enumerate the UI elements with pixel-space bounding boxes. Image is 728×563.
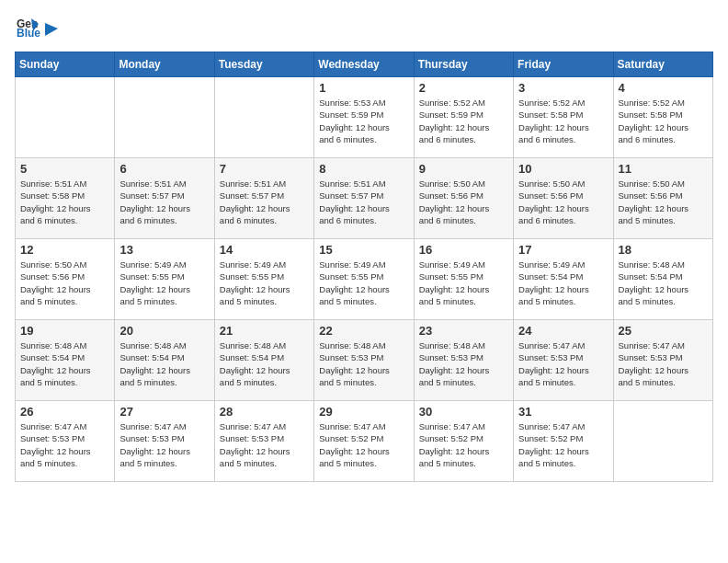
cell-info: Sunrise: 5:51 AM Sunset: 5:57 PM Dayligh…: [319, 178, 408, 226]
calendar-cell: 21Sunrise: 5:48 AM Sunset: 5:54 PM Dayli…: [214, 320, 313, 401]
day-number: 16: [419, 243, 508, 257]
day-number: 20: [119, 324, 209, 338]
calendar-cell: 4Sunrise: 5:52 AM Sunset: 5:58 PM Daylig…: [613, 77, 712, 158]
day-number: 8: [319, 162, 408, 176]
cell-info: Sunrise: 5:52 AM Sunset: 5:59 PM Dayligh…: [419, 97, 508, 145]
day-number: 11: [619, 162, 708, 176]
calendar-cell: 15Sunrise: 5:49 AM Sunset: 5:55 PM Dayli…: [314, 239, 414, 320]
calendar-cell: 28Sunrise: 5:47 AM Sunset: 5:53 PM Dayli…: [214, 401, 313, 482]
day-number: 14: [220, 243, 309, 257]
cell-info: Sunrise: 5:47 AM Sunset: 5:53 PM Dayligh…: [20, 420, 109, 469]
calendar-cell: 7Sunrise: 5:51 AM Sunset: 5:57 PM Daylig…: [214, 158, 313, 239]
day-number: 30: [419, 405, 508, 419]
calendar-cell: 30Sunrise: 5:47 AM Sunset: 5:52 PM Dayli…: [414, 401, 513, 482]
calendar-cell: 16Sunrise: 5:49 AM Sunset: 5:55 PM Dayli…: [414, 239, 513, 320]
day-number: 31: [518, 405, 608, 419]
calendar-cell: 25Sunrise: 5:47 AM Sunset: 5:53 PM Dayli…: [613, 320, 712, 401]
calendar-cell: 13Sunrise: 5:49 AM Sunset: 5:55 PM Dayli…: [115, 239, 214, 320]
svg-marker-3: [45, 23, 58, 36]
cell-info: Sunrise: 5:48 AM Sunset: 5:54 PM Dayligh…: [619, 259, 708, 307]
calendar-cell: 24Sunrise: 5:47 AM Sunset: 5:53 PM Dayli…: [514, 320, 613, 401]
calendar-cell: 29Sunrise: 5:47 AM Sunset: 5:52 PM Dayli…: [314, 401, 414, 482]
calendar-cell: 3Sunrise: 5:52 AM Sunset: 5:58 PM Daylig…: [514, 77, 613, 158]
day-number: 12: [20, 243, 109, 257]
calendar-cell: [115, 77, 214, 158]
calendar-cell: [613, 401, 712, 482]
cell-info: Sunrise: 5:51 AM Sunset: 5:58 PM Dayligh…: [20, 178, 109, 226]
cell-info: Sunrise: 5:49 AM Sunset: 5:55 PM Dayligh…: [220, 259, 309, 307]
cell-info: Sunrise: 5:47 AM Sunset: 5:53 PM Dayligh…: [220, 420, 309, 469]
day-number: 3: [518, 81, 608, 95]
calendar-cell: 19Sunrise: 5:48 AM Sunset: 5:54 PM Dayli…: [16, 320, 115, 401]
cell-info: Sunrise: 5:52 AM Sunset: 5:58 PM Dayligh…: [518, 97, 608, 145]
cell-info: Sunrise: 5:47 AM Sunset: 5:52 PM Dayligh…: [319, 420, 408, 469]
calendar-cell: 5Sunrise: 5:51 AM Sunset: 5:58 PM Daylig…: [16, 158, 115, 239]
calendar-cell: 31Sunrise: 5:47 AM Sunset: 5:52 PM Dayli…: [514, 401, 613, 482]
calendar-cell: 27Sunrise: 5:47 AM Sunset: 5:53 PM Dayli…: [115, 401, 214, 482]
calendar-cell: 12Sunrise: 5:50 AM Sunset: 5:56 PM Dayli…: [16, 239, 115, 320]
cell-info: Sunrise: 5:50 AM Sunset: 5:56 PM Dayligh…: [619, 178, 708, 226]
cell-info: Sunrise: 5:52 AM Sunset: 5:58 PM Dayligh…: [619, 97, 708, 145]
day-number: 4: [619, 81, 708, 95]
day-number: 2: [419, 81, 508, 95]
calendar-cell: 10Sunrise: 5:50 AM Sunset: 5:56 PM Dayli…: [514, 158, 613, 239]
day-number: 9: [419, 162, 508, 176]
cell-info: Sunrise: 5:48 AM Sunset: 5:53 PM Dayligh…: [319, 339, 408, 388]
day-number: 25: [619, 324, 708, 338]
page-header: Gen Blue: [15, 15, 713, 40]
day-header-tuesday: Tuesday: [214, 52, 313, 77]
cell-info: Sunrise: 5:49 AM Sunset: 5:55 PM Dayligh…: [419, 259, 508, 307]
day-number: 1: [319, 81, 408, 95]
day-number: 27: [119, 405, 209, 419]
day-number: 29: [319, 405, 408, 419]
day-header-sunday: Sunday: [16, 52, 115, 77]
calendar-cell: 2Sunrise: 5:52 AM Sunset: 5:59 PM Daylig…: [414, 77, 513, 158]
svg-text:Blue: Blue: [17, 27, 40, 40]
calendar-cell: 1Sunrise: 5:53 AM Sunset: 5:59 PM Daylig…: [314, 77, 414, 158]
calendar-cell: 18Sunrise: 5:48 AM Sunset: 5:54 PM Dayli…: [613, 239, 712, 320]
cell-info: Sunrise: 5:47 AM Sunset: 5:53 PM Dayligh…: [619, 339, 708, 388]
cell-info: Sunrise: 5:49 AM Sunset: 5:55 PM Dayligh…: [119, 259, 209, 307]
day-number: 18: [619, 243, 708, 257]
day-number: 17: [518, 243, 608, 257]
cell-info: Sunrise: 5:48 AM Sunset: 5:54 PM Dayligh…: [119, 339, 209, 388]
cell-info: Sunrise: 5:47 AM Sunset: 5:53 PM Dayligh…: [518, 339, 608, 388]
day-header-saturday: Saturday: [613, 52, 712, 77]
logo-icon: Gen Blue: [15, 15, 40, 40]
cell-info: Sunrise: 5:51 AM Sunset: 5:57 PM Dayligh…: [220, 178, 309, 226]
calendar-cell: [16, 77, 115, 158]
cell-info: Sunrise: 5:47 AM Sunset: 5:52 PM Dayligh…: [518, 420, 608, 469]
calendar-cell: 26Sunrise: 5:47 AM Sunset: 5:53 PM Dayli…: [16, 401, 115, 482]
day-number: 5: [20, 162, 109, 176]
day-header-thursday: Thursday: [414, 52, 513, 77]
calendar-cell: 8Sunrise: 5:51 AM Sunset: 5:57 PM Daylig…: [314, 158, 414, 239]
cell-info: Sunrise: 5:50 AM Sunset: 5:56 PM Dayligh…: [20, 259, 109, 307]
calendar-cell: 22Sunrise: 5:48 AM Sunset: 5:53 PM Dayli…: [314, 320, 414, 401]
calendar-cell: 23Sunrise: 5:48 AM Sunset: 5:53 PM Dayli…: [414, 320, 513, 401]
day-number: 15: [319, 243, 408, 257]
cell-info: Sunrise: 5:53 AM Sunset: 5:59 PM Dayligh…: [319, 97, 408, 145]
logo-triangle-icon: [45, 19, 60, 38]
cell-info: Sunrise: 5:48 AM Sunset: 5:53 PM Dayligh…: [419, 339, 508, 388]
calendar-cell: 20Sunrise: 5:48 AM Sunset: 5:54 PM Dayli…: [115, 320, 214, 401]
day-number: 10: [518, 162, 608, 176]
logo: Gen Blue: [15, 15, 60, 40]
calendar-cell: 6Sunrise: 5:51 AM Sunset: 5:57 PM Daylig…: [115, 158, 214, 239]
cell-info: Sunrise: 5:48 AM Sunset: 5:54 PM Dayligh…: [220, 339, 309, 388]
cell-info: Sunrise: 5:50 AM Sunset: 5:56 PM Dayligh…: [419, 178, 508, 226]
day-number: 21: [220, 324, 309, 338]
cell-info: Sunrise: 5:49 AM Sunset: 5:55 PM Dayligh…: [319, 259, 408, 307]
cell-info: Sunrise: 5:51 AM Sunset: 5:57 PM Dayligh…: [119, 178, 209, 226]
calendar-cell: 14Sunrise: 5:49 AM Sunset: 5:55 PM Dayli…: [214, 239, 313, 320]
day-number: 23: [419, 324, 508, 338]
day-header-monday: Monday: [115, 52, 214, 77]
day-number: 6: [119, 162, 209, 176]
cell-info: Sunrise: 5:50 AM Sunset: 5:56 PM Dayligh…: [518, 178, 608, 226]
calendar-cell: 17Sunrise: 5:49 AM Sunset: 5:54 PM Dayli…: [514, 239, 613, 320]
day-header-friday: Friday: [514, 52, 613, 77]
day-number: 24: [518, 324, 608, 338]
calendar-cell: [214, 77, 313, 158]
calendar-cell: 9Sunrise: 5:50 AM Sunset: 5:56 PM Daylig…: [414, 158, 513, 239]
cell-info: Sunrise: 5:47 AM Sunset: 5:53 PM Dayligh…: [119, 420, 209, 469]
day-number: 13: [119, 243, 209, 257]
